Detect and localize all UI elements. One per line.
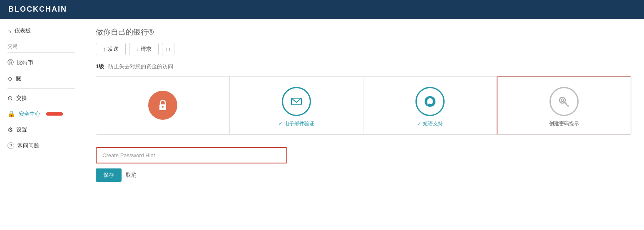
home-icon: ⌂ (7, 27, 11, 35)
security-card-password[interactable] (96, 77, 230, 134)
toolbar: ↑ 发送 ↓ 请求 □ (96, 43, 632, 55)
request-button[interactable]: ↓ 请求 (129, 43, 159, 55)
form-area: 保存 取消 (96, 143, 632, 186)
security-badge (46, 112, 63, 116)
sidebar-transactions-header: 交易 (0, 39, 83, 51)
settings-icon: ⚙ (7, 126, 13, 134)
cancel-button[interactable]: 取消 (126, 171, 137, 179)
email-card-icon (282, 87, 311, 116)
sidebar-label-ether: 醚 (16, 75, 21, 82)
svg-line-6 (564, 102, 568, 106)
section-header: 1级 防止失去对您的资金的访问 (96, 63, 632, 70)
sidebar: ⌂ 仪表板 交易 Ⓑ 比特币 ◇ 醚 ⊙ 交换 🔒 安全中心 ⚙ 设置 (0, 19, 83, 230)
main-layout: ⌂ 仪表板 交易 Ⓑ 比特币 ◇ 醚 ⊙ 交换 🔒 安全中心 ⚙ 设置 (0, 19, 644, 230)
sms-card-label: 短语支持 (417, 120, 443, 127)
sidebar-divider-2 (7, 88, 75, 89)
sidebar-label-exchange: 交换 (16, 94, 27, 102)
copy-button[interactable]: □ (162, 43, 174, 55)
copy-icon: □ (167, 46, 170, 52)
form-buttons: 保存 取消 (96, 168, 632, 182)
sms-card-icon (415, 87, 445, 116)
svg-point-1 (162, 106, 164, 108)
svg-point-5 (561, 99, 564, 101)
main-content: 做你自己的银行® ↑ 发送 ↓ 请求 □ 1级 防止失去对您的资金的访问 (83, 19, 644, 230)
app-header: BLOCKCHAIN (0, 0, 644, 19)
security-card-sms[interactable]: 短语支持 (363, 77, 497, 134)
security-card-email[interactable]: 电子邮件验证 (230, 77, 363, 134)
exchange-icon: ⊙ (7, 94, 13, 102)
sidebar-item-bitcoin[interactable]: Ⓑ 比特币 (0, 54, 83, 71)
hint-card-label: 创建密码提示 (549, 120, 579, 127)
sidebar-item-settings[interactable]: ⚙ 设置 (0, 122, 83, 138)
request-label: 请求 (141, 45, 152, 53)
send-icon: ↑ (103, 46, 106, 52)
sidebar-divider-1 (7, 52, 75, 53)
save-button[interactable]: 保存 (96, 168, 122, 182)
sidebar-label-security: 安全中心 (19, 110, 40, 118)
sidebar-label-settings: 设置 (16, 126, 27, 134)
sidebar-item-security[interactable]: 🔒 安全中心 (0, 106, 83, 122)
send-button[interactable]: ↑ 发送 (96, 43, 126, 55)
sidebar-label-dashboard: 仪表板 (15, 27, 31, 35)
password-card-icon (148, 91, 177, 120)
bitcoin-icon: Ⓑ (7, 59, 14, 67)
section-text: 防止失去对您的资金的访问 (108, 63, 173, 69)
sidebar-item-faq[interactable]: ? 常问问题 (0, 138, 83, 153)
send-label: 发送 (108, 45, 119, 53)
lock-icon: 🔒 (7, 110, 15, 118)
sidebar-item-dashboard[interactable]: ⌂ 仪表板 (0, 23, 83, 39)
transactions-label: 交易 (7, 43, 17, 50)
sidebar-item-ether[interactable]: ◇ 醚 (0, 71, 83, 87)
sidebar-label-bitcoin: 比特币 (17, 59, 33, 67)
page-subtitle: 做你自己的银行® (96, 27, 632, 37)
sidebar-item-exchange[interactable]: ⊙ 交换 (0, 90, 83, 106)
ether-icon: ◇ (7, 75, 12, 82)
section-level: 1级 (96, 63, 104, 69)
password-hint-input[interactable] (96, 147, 287, 163)
security-cards: 电子邮件验证 短语支持 (96, 76, 632, 135)
hint-card-icon (550, 87, 579, 116)
sidebar-label-faq: 常问问题 (17, 142, 39, 149)
security-card-hint[interactable]: 创建密码提示 (497, 76, 632, 135)
request-icon: ↓ (136, 46, 139, 52)
app-logo: BLOCKCHAIN (8, 5, 67, 14)
email-card-label: 电子邮件验证 (278, 120, 314, 127)
faq-icon: ? (7, 142, 14, 149)
